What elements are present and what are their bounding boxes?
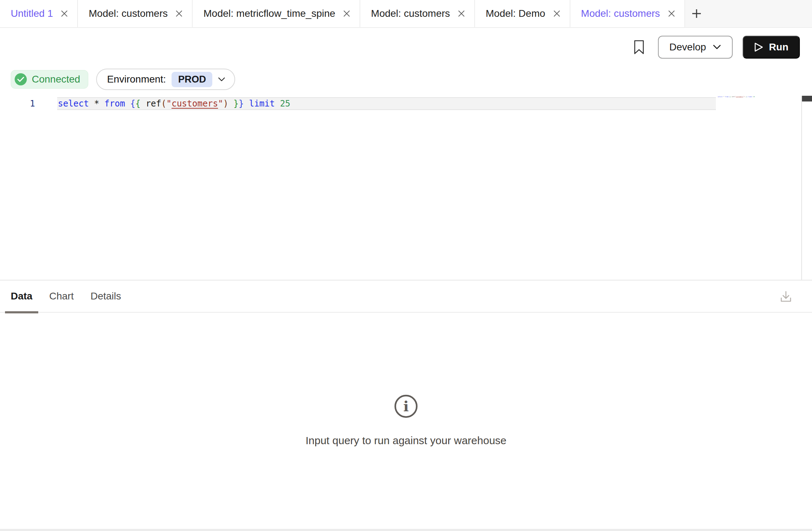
tab-label: Model: Demo (486, 8, 545, 19)
code-token (244, 99, 249, 109)
code-token: select (718, 96, 723, 98)
develop-dropdown[interactable]: Develop (658, 36, 733, 59)
code-token: } (239, 99, 244, 109)
environment-value-badge: PROD (172, 72, 212, 87)
tab-model-customers-2[interactable]: Model: customers (360, 0, 475, 27)
bookmark-button[interactable] (633, 39, 645, 55)
minimap-code: select * from {{ ref("customers") }} lim… (718, 96, 731, 98)
scrollbar-thumb[interactable] (802, 96, 812, 101)
plus-icon (691, 8, 702, 19)
code-token: ) (223, 99, 228, 109)
results-tab-label: Data (11, 291, 33, 302)
tab-label: Untitled 1 (11, 8, 53, 19)
tab-label: Model: customers (89, 8, 168, 19)
ide-window: Untitled 1 Model: customers Model: metri… (0, 0, 812, 531)
code-token: customers (172, 99, 218, 109)
code-token: from (104, 99, 125, 109)
new-tab-button[interactable] (685, 0, 708, 27)
run-button[interactable]: Run (743, 36, 800, 59)
code-token (99, 99, 104, 109)
editor-tab-bar: Untitled 1 Model: customers Model: metri… (0, 0, 812, 28)
environment-label: Environment: (107, 74, 166, 85)
close-icon[interactable] (457, 9, 466, 18)
code-token: select (58, 99, 89, 109)
code-token (228, 99, 233, 109)
tab-label: Model: metricflow_time_spine (203, 8, 335, 19)
results-tab-label: Details (90, 291, 121, 302)
bookmark-icon (634, 40, 644, 55)
tab-label: Model: customers (581, 8, 660, 19)
code-token: limit (249, 99, 275, 109)
code-token (140, 99, 145, 109)
close-icon[interactable] (553, 9, 561, 18)
close-icon[interactable] (342, 9, 351, 18)
chevron-down-icon (218, 77, 225, 81)
code-token: { (130, 99, 135, 109)
tab-chart[interactable]: Chart (44, 281, 79, 312)
code-token: ( (161, 99, 166, 109)
close-icon[interactable] (667, 9, 676, 18)
play-icon (754, 42, 763, 52)
tab-model-demo[interactable]: Model: Demo (475, 0, 570, 27)
svg-text:i: i (403, 398, 409, 415)
editor-scrollbar[interactable] (801, 96, 812, 280)
download-button[interactable] (779, 290, 793, 303)
code-token: ref (146, 99, 161, 109)
chevron-down-icon (713, 45, 721, 50)
tab-data[interactable]: Data (5, 281, 38, 312)
tab-untitled-1[interactable]: Untitled 1 (0, 0, 78, 27)
code-token: { (135, 99, 140, 109)
code-token (89, 99, 94, 109)
info-icon: i (393, 394, 419, 419)
code-token (275, 99, 280, 109)
results-tab-bar: Data Chart Details (0, 281, 812, 313)
code-token: 25 (753, 96, 755, 98)
code-token: customers (736, 96, 743, 98)
run-label: Run (769, 41, 788, 53)
develop-label: Develop (669, 41, 706, 53)
bottom-divider (0, 529, 812, 531)
sql-editor[interactable]: 1 select * from {{ ref("customers") }} l… (0, 92, 812, 280)
results-tab-label: Chart (49, 291, 74, 302)
empty-state: i Input query to run against your wareho… (0, 394, 812, 447)
code-token: limit (748, 96, 753, 98)
tab-details[interactable]: Details (85, 281, 127, 312)
line-number: 1 (0, 97, 37, 110)
toolbar: Develop Run (0, 29, 812, 66)
code-token (125, 99, 130, 109)
code-line-tokens[interactable]: select * from {{ ref("customers") }} lim… (58, 97, 290, 110)
minimap[interactable]: select * from {{ ref("customers") }} lim… (718, 96, 801, 110)
code-token: from (725, 96, 728, 98)
close-icon[interactable] (175, 9, 183, 18)
tab-model-customers-3[interactable]: Model: customers (570, 0, 685, 27)
tab-model-customers-1[interactable]: Model: customers (78, 0, 193, 27)
code-token: ref (732, 96, 734, 98)
results-panel: Data Chart Details i (0, 280, 812, 531)
download-icon (779, 290, 792, 303)
code-token: " (218, 99, 223, 109)
code-token: } (233, 99, 238, 109)
connection-status-row: Connected Environment: PROD (0, 66, 812, 92)
close-icon[interactable] (60, 9, 69, 18)
tab-model-metricflow-time-spine[interactable]: Model: metricflow_time_spine (193, 0, 360, 27)
code-token: " (166, 99, 171, 109)
code-token: * (94, 99, 99, 109)
check-icon (15, 73, 27, 85)
empty-state-message: Input query to run against your warehous… (0, 435, 812, 447)
tab-label: Model: customers (371, 8, 450, 19)
connected-label: Connected (32, 74, 80, 85)
environment-dropdown[interactable]: Environment: PROD (96, 69, 235, 90)
connected-badge: Connected (11, 70, 88, 89)
code-token: 25 (280, 99, 290, 109)
